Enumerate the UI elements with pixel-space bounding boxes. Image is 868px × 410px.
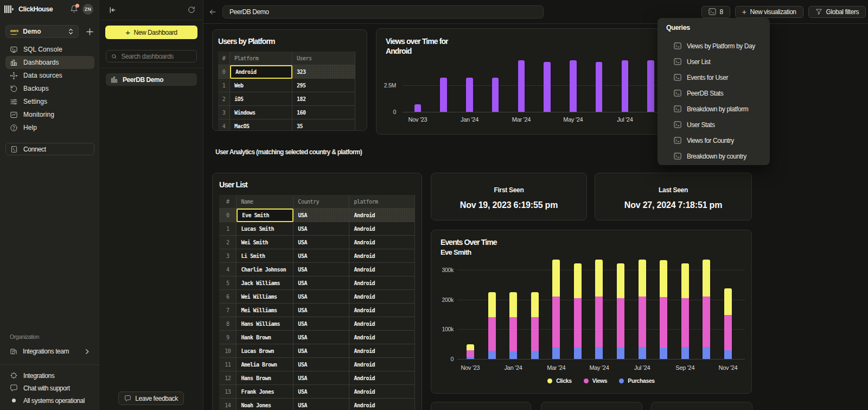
bar-segment-purchases[interactable] [660, 348, 667, 359]
bar-segment-purchases[interactable] [574, 348, 582, 359]
add-service-button[interactable] [86, 28, 93, 35]
row-index-cell[interactable]: 8 [219, 317, 237, 331]
bar[interactable] [596, 62, 603, 112]
table-cell[interactable]: Mei Williams [237, 304, 293, 317]
sidebar-item-all-systems-operational[interactable]: All systems operational [5, 394, 94, 407]
sidebar-item-sql-console[interactable]: SQL Console [5, 43, 94, 56]
legend-item-views[interactable]: Views [584, 377, 608, 384]
table-cell[interactable]: MacOS [230, 119, 292, 131]
column-header[interactable]: # [219, 195, 237, 209]
table-cell[interactable]: USA [293, 385, 349, 399]
bar[interactable] [414, 104, 422, 112]
org-select[interactable]: aws Demo [5, 25, 79, 38]
bar-segment-views[interactable] [467, 350, 474, 357]
column-header[interactable]: platform [349, 195, 415, 209]
bar-segment-clicks[interactable] [552, 260, 560, 297]
row-index-cell[interactable]: 2 [219, 236, 237, 249]
table-cell[interactable]: Wei Smith [237, 236, 293, 249]
bar-segment-views[interactable] [681, 298, 689, 347]
column-header[interactable]: Country [293, 195, 349, 209]
leave-feedback-button[interactable]: Leave feedback [118, 392, 184, 405]
bar-segment-purchases[interactable] [681, 347, 689, 359]
bar-segment-views[interactable] [574, 298, 582, 348]
bar-segment-clicks[interactable] [681, 263, 689, 299]
column-header[interactable]: # [218, 52, 230, 65]
bar-segment-purchases[interactable] [509, 351, 517, 359]
bar-segment-clicks[interactable] [703, 260, 710, 297]
table-cell[interactable]: Amelia Brown [237, 358, 293, 371]
column-header[interactable]: Users [292, 52, 355, 65]
bar-segment-purchases[interactable] [724, 350, 732, 359]
row-index-cell[interactable]: 3 [218, 106, 230, 119]
row-index-cell[interactable]: 0 [218, 65, 230, 79]
table-cell[interactable]: Android [349, 276, 415, 290]
row-index-cell[interactable]: 10 [219, 344, 237, 358]
bar-segment-views[interactable] [617, 298, 624, 348]
sidebar-item-data-sources[interactable]: Data sources [5, 69, 94, 82]
table-cell[interactable]: Android [349, 304, 415, 317]
bar-segment-purchases[interactable] [639, 347, 646, 359]
table-cell[interactable]: Android [349, 236, 415, 249]
table-cell[interactable]: 182 [292, 92, 355, 106]
bar[interactable] [622, 60, 629, 112]
bar-segment-views[interactable] [703, 297, 710, 347]
bar[interactable] [544, 62, 551, 112]
row-index-cell[interactable]: 12 [219, 371, 237, 385]
bar-segment-clicks[interactable] [660, 260, 667, 297]
bar-segment-purchases[interactable] [531, 351, 539, 359]
bar-segment-clicks[interactable] [617, 263, 624, 299]
query-item-views-for-country[interactable]: Views for Country [666, 133, 770, 148]
global-filters-button[interactable]: Global filters [808, 6, 866, 18]
bar-segment-clicks[interactable] [467, 344, 474, 350]
table-cell[interactable]: Hank Brown [237, 331, 293, 344]
table-cell[interactable]: Android [349, 358, 415, 371]
row-index-cell[interactable]: 5 [219, 276, 237, 290]
query-item-events-for-user[interactable]: Events for User [666, 70, 770, 85]
column-header[interactable]: Name [237, 195, 293, 209]
table-cell[interactable]: Android [349, 344, 415, 358]
table-cell[interactable]: Android [349, 290, 415, 304]
table-cell[interactable]: Android [349, 249, 415, 263]
table-cell[interactable]: Android [230, 65, 292, 79]
row-index-cell[interactable]: 14 [219, 399, 237, 410]
row-index-cell[interactable]: 9 [219, 331, 237, 344]
bar-segment-views[interactable] [531, 317, 539, 351]
dashboard-list-item[interactable]: PeerDB Demo [106, 73, 197, 86]
table-cell[interactable]: 35 [292, 119, 355, 131]
sidebar-item-integrations[interactable]: Integrations [5, 369, 94, 382]
bar-segment-purchases[interactable] [617, 348, 624, 359]
table-cell[interactable]: Hans Brown [237, 371, 293, 385]
avatar[interactable]: ZN [82, 4, 93, 15]
bar-segment-views[interactable] [660, 297, 667, 348]
sidebar-item-monitoring[interactable]: Monitoring [5, 108, 94, 121]
dashboard-title-input[interactable] [222, 5, 544, 18]
table-cell[interactable]: USA [293, 371, 349, 385]
sidebar-item-integrations-team[interactable]: Integrations team [5, 345, 94, 358]
row-index-cell[interactable]: 13 [219, 385, 237, 399]
queries-count-button[interactable]: 8 [701, 6, 730, 18]
row-index-cell[interactable]: 3 [219, 249, 237, 263]
query-item-breakdown-by-country[interactable]: Breakdown by country [666, 148, 770, 164]
bar[interactable] [518, 60, 525, 112]
table-cell[interactable]: USA [293, 222, 349, 236]
table-cell[interactable]: USA [293, 358, 349, 371]
table-cell[interactable]: Lucas Brown [237, 344, 293, 358]
table-cell[interactable]: USA [293, 331, 349, 344]
bar-segment-purchases[interactable] [552, 348, 560, 359]
table-cell[interactable]: Li Smith [237, 249, 293, 263]
bar-segment-clicks[interactable] [595, 260, 603, 297]
legend-item-purchases[interactable]: Purchases [619, 377, 655, 384]
clickhouse-logo[interactable]: ClickHouse [4, 5, 53, 14]
table-cell[interactable]: USA [293, 304, 349, 317]
bar-segment-views[interactable] [595, 297, 603, 347]
bar-segment-clicks[interactable] [724, 288, 732, 315]
sidebar-item-settings[interactable]: Settings [5, 95, 94, 108]
bar-segment-clicks[interactable] [488, 292, 496, 317]
table-cell[interactable]: Android [349, 399, 415, 410]
search-dashboards-input[interactable] [122, 53, 192, 60]
row-index-cell[interactable]: 0 [219, 209, 237, 222]
bar[interactable] [492, 78, 499, 112]
bar-segment-clicks[interactable] [509, 292, 517, 317]
bar-segment-views[interactable] [488, 317, 496, 351]
sidebar-item-backups[interactable]: Backups [5, 82, 94, 95]
